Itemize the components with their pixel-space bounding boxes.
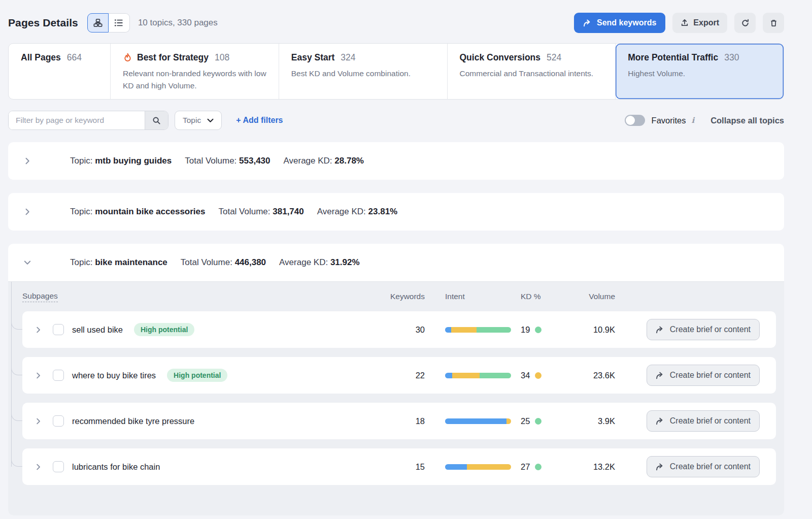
tab[interactable]: All Pages 664 — [9, 44, 111, 99]
tab[interactable]: More Potential Traffic 330 Highest Volum… — [616, 44, 784, 99]
page-title: Pages Details — [8, 17, 78, 29]
topic-prefix: Topic: — [70, 207, 92, 216]
average-kd-label: Average KD: — [317, 207, 366, 216]
trash-icon — [769, 19, 778, 27]
topic-card: Topic: bike maintenance Total Volume: 44… — [8, 244, 784, 515]
kd-dot — [535, 327, 542, 333]
search-group — [8, 111, 168, 130]
forward-arrow-icon — [656, 326, 664, 334]
export-button[interactable]: Export — [672, 13, 727, 33]
topic-header[interactable]: Topic: mountain bike accessories Total V… — [8, 193, 784, 231]
column-subpages[interactable]: Subpages — [22, 291, 58, 302]
tab-description: Relevant non-branded keywords with low K… — [123, 68, 266, 92]
create-brief-button[interactable]: Create brief or content — [647, 319, 760, 340]
kd-dot — [535, 418, 542, 425]
topic-chevron-icon[interactable] — [23, 157, 32, 165]
tree-connector-elbow — [11, 360, 22, 375]
row-checkbox[interactable] — [53, 461, 64, 472]
total-volume-label: Total Volume: — [185, 156, 236, 166]
topic-name: mtb buying guides — [95, 156, 172, 166]
view-toggle — [87, 13, 130, 33]
intent-segment-blue — [445, 327, 451, 333]
topic-filter-dropdown[interactable]: Topic — [175, 111, 222, 130]
favorites-toggle[interactable] — [625, 115, 645, 126]
intent-bar — [445, 373, 511, 378]
refresh-button[interactable] — [734, 13, 756, 33]
create-brief-label: Create brief or content — [670, 416, 751, 426]
send-keywords-label: Send keywords — [597, 18, 656, 27]
filter-row: Topic + Add filters Favorites i Collapse… — [8, 110, 784, 131]
intent-segment-yellow — [506, 418, 511, 424]
tab-count: 330 — [724, 52, 739, 63]
export-icon — [681, 19, 689, 27]
row-chevron-icon[interactable] — [35, 417, 45, 425]
info-icon[interactable]: i — [691, 116, 694, 125]
table-row: recommended bike tyre pressure 18 25 3.9… — [22, 403, 776, 439]
topic-chevron-icon[interactable] — [23, 258, 32, 267]
row-chevron-icon[interactable] — [35, 372, 45, 379]
tab[interactable]: Quick Conversions 524 Commercial and Tra… — [448, 44, 616, 99]
search-input[interactable] — [9, 111, 145, 129]
subpage-name: recommended bike tyre pressure — [72, 416, 194, 426]
intent-segment-green — [480, 373, 511, 378]
high-potential-badge: High potential — [134, 323, 194, 336]
create-brief-label: Create brief or content — [670, 325, 751, 334]
create-brief-button[interactable]: Create brief or content — [647, 410, 760, 432]
volume-value: 10.9K — [593, 325, 630, 335]
intent-segment-yellow — [451, 327, 477, 333]
topics-pages-summary: 10 topics, 330 pages — [138, 18, 218, 28]
kd-value: 27 — [521, 462, 530, 472]
create-brief-button[interactable]: Create brief or content — [647, 365, 760, 386]
tree-connector-line — [11, 282, 12, 467]
row-chevron-icon[interactable] — [35, 463, 45, 471]
tab-label: Best for Strategy — [137, 52, 209, 63]
tab[interactable]: Easy Start 324 Best KD and Volume combin… — [279, 44, 448, 99]
intent-segment-blue — [445, 418, 506, 424]
topics-list: Topic: mtb buying guides Total Volume: 5… — [8, 142, 784, 515]
delete-button[interactable] — [763, 13, 784, 33]
tab[interactable]: Best for Strategy 108 Relevant non-brand… — [111, 44, 279, 99]
intent-segment-yellow — [452, 373, 479, 378]
average-kd-label: Average KD: — [279, 257, 328, 267]
tab-label: Quick Conversions — [460, 52, 541, 63]
total-volume-label: Total Volume: — [218, 207, 270, 216]
topic-name: bike maintenance — [95, 257, 167, 267]
subpage-name: lubricants for bike chain — [72, 462, 160, 472]
total-volume-value: 446,380 — [235, 257, 266, 267]
intent-bar — [445, 418, 511, 424]
list-view-button[interactable] — [109, 13, 130, 33]
subpage-name: sell used bike — [72, 325, 123, 335]
forward-arrow-icon — [656, 463, 664, 471]
row-checkbox[interactable] — [53, 415, 64, 427]
toggle-knob — [626, 116, 635, 125]
average-kd-value: 23.81% — [368, 207, 398, 216]
collapse-all-topics-link[interactable]: Collapse all topics — [710, 116, 784, 125]
topic-header[interactable]: Topic: mtb buying guides Total Volume: 5… — [8, 142, 784, 180]
search-button[interactable] — [145, 111, 168, 129]
tree-view-button[interactable] — [87, 13, 109, 33]
average-kd-label: Average KD: — [284, 156, 332, 166]
row-checkbox[interactable] — [53, 370, 64, 381]
create-brief-label: Create brief or content — [670, 371, 751, 380]
add-filters-link[interactable]: + Add filters — [236, 116, 283, 125]
topic-chevron-icon[interactable] — [23, 208, 32, 216]
column-intent: Intent — [425, 292, 514, 301]
row-checkbox[interactable] — [53, 324, 64, 335]
topic-header[interactable]: Topic: bike maintenance Total Volume: 44… — [8, 244, 784, 281]
tab-label: All Pages — [21, 52, 61, 63]
topic-card: Topic: mtb buying guides Total Volume: 5… — [8, 142, 784, 180]
keywords-count: 30 — [416, 325, 425, 335]
row-chevron-icon[interactable] — [35, 326, 45, 334]
page: Pages Details — [8, 12, 784, 515]
search-icon — [152, 116, 161, 125]
topic-prefix: Topic: — [70, 156, 92, 166]
intent-bar — [445, 327, 511, 333]
volume-value: 3.9K — [598, 416, 630, 426]
create-brief-button[interactable]: Create brief or content — [647, 456, 760, 477]
send-keywords-button[interactable]: Send keywords — [574, 13, 665, 33]
volume-value: 23.6K — [593, 371, 630, 380]
tree-connector-elbow — [11, 451, 22, 467]
intent-segment-yellow — [467, 464, 511, 470]
keywords-count: 15 — [416, 462, 425, 472]
forward-arrow-icon — [656, 417, 664, 425]
